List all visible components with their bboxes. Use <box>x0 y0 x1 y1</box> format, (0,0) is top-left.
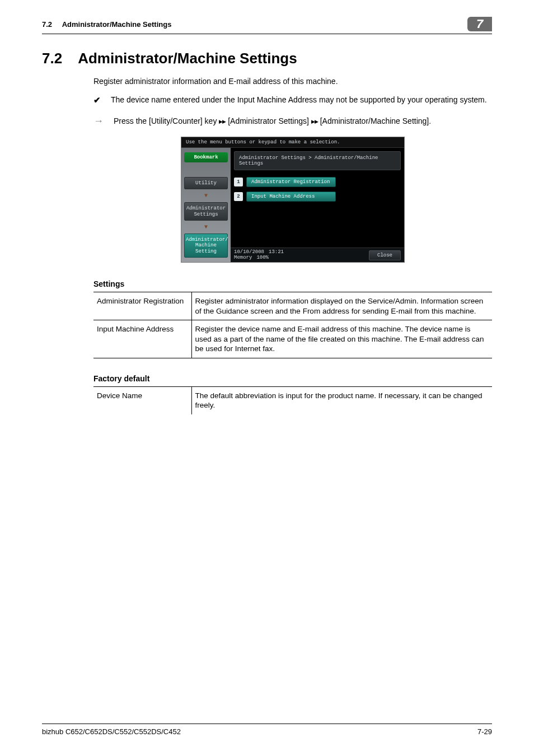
option-number: 1 <box>234 178 243 186</box>
option-number: 2 <box>234 192 243 201</box>
option-row-2: 2 Input Machine Address <box>234 192 401 202</box>
nav-admin-settings[interactable]: Administrator Settings <box>184 202 228 221</box>
step-text: Press the [Utility/Counter] key ▶▶ [Admi… <box>114 116 492 127</box>
settings-value: Register the device name and E-mail addr… <box>191 320 492 358</box>
step-mid1: [Administrator Settings] <box>226 116 311 125</box>
shot-fill <box>231 204 404 248</box>
screenshot-wrap: Use the menu buttons or keypad to make a… <box>93 137 492 263</box>
heading-number: 7.2 <box>42 50 62 67</box>
close-button[interactable]: Close <box>369 250 401 260</box>
chapter-tab: 7 <box>467 17 492 31</box>
factory-key: Device Name <box>93 386 191 414</box>
factory-table: Device Name The default abbreviation is … <box>93 386 492 414</box>
bookmark-button[interactable]: Bookmark <box>184 152 228 162</box>
shot-footer: 10/10/2008 13:21 Memory 100% Close <box>231 248 404 262</box>
breadcrumb: Administrator Settings > Administrator/M… <box>234 151 401 170</box>
factory-value: The default abbreviation is input for th… <box>191 386 492 414</box>
option-row-1: 1 Administrator Registration <box>234 177 401 187</box>
shot-date: 10/10/2008 <box>234 250 264 255</box>
arrow-down-icon: ▼ <box>204 193 208 199</box>
header-section-num: 7.2 <box>42 20 52 29</box>
factory-title: Factory default <box>93 374 492 383</box>
table-row: Administrator Registration Register admi… <box>93 292 492 320</box>
option-input-machine-address[interactable]: Input Machine Address <box>246 192 336 202</box>
settings-title: Settings <box>93 279 492 288</box>
footer-right: 7-29 <box>477 727 492 736</box>
settings-key: Administrator Registration <box>93 292 191 320</box>
arrow-down-icon: ▼ <box>204 224 208 230</box>
settings-key: Input Machine Address <box>93 320 191 358</box>
step-pre: Press the [Utility/Counter] key <box>114 116 219 125</box>
check-icon: ✔ <box>93 95 101 106</box>
note-row: ✔ The device name entered under the Inpu… <box>93 95 492 106</box>
settings-value: Register administrator information displ… <box>191 292 492 320</box>
shot-instruction: Use the menu buttons or keypad to make a… <box>181 137 404 148</box>
nav-admin-machine-setting[interactable]: Administrator/ Machine Setting <box>184 234 228 258</box>
heading-title: Administrator/Machine Settings <box>78 50 297 67</box>
shot-mem-val: 100% <box>256 255 269 260</box>
shot-footer-left: 10/10/2008 13:21 Memory 100% <box>234 250 284 260</box>
body-column: Register administrator information and E… <box>93 76 492 414</box>
option-admin-registration[interactable]: Administrator Registration <box>246 177 336 187</box>
table-row: Input Machine Address Register the devic… <box>93 320 492 358</box>
shot-time: 13:21 <box>269 250 284 255</box>
device-screenshot: Use the menu buttons or keypad to make a… <box>181 137 405 263</box>
table-row: Device Name The default abbreviation is … <box>93 386 492 414</box>
shot-main: Administrator Settings > Administrator/M… <box>231 148 404 262</box>
intro-paragraph: Register administrator information and E… <box>93 76 492 87</box>
footer-left: bizhub C652/C652DS/C552/C552DS/C452 <box>42 727 181 736</box>
shot-sidebar: Bookmark Utility ▼ Administrator Setting… <box>181 148 231 262</box>
shot-body: Bookmark Utility ▼ Administrator Setting… <box>181 148 404 262</box>
header-left: 7.2 Administrator/Machine Settings <box>42 20 171 29</box>
step-mid2: [Administrator/Machine Setting]. <box>318 116 431 125</box>
triangle-icon: ▶▶ <box>311 119 318 124</box>
section-heading: 7.2 Administrator/Machine Settings <box>42 50 492 67</box>
running-header: 7.2 Administrator/Machine Settings 7 <box>42 17 492 34</box>
note-text: The device name entered under the Input … <box>111 95 492 105</box>
arrow-right-icon: → <box>93 116 104 126</box>
shot-mem-label: Memory <box>234 255 252 260</box>
step-row: → Press the [Utility/Counter] key ▶▶ [Ad… <box>93 116 492 127</box>
page-footer: bizhub C652/C652DS/C552/C552DS/C452 7-29 <box>42 724 492 736</box>
triangle-icon: ▶▶ <box>219 119 226 124</box>
page: 7.2 Administrator/Machine Settings 7 7.2… <box>0 0 534 756</box>
settings-table: Administrator Registration Register admi… <box>93 292 492 358</box>
nav-utility[interactable]: Utility <box>184 177 228 189</box>
header-section-name: Administrator/Machine Settings <box>62 20 172 29</box>
